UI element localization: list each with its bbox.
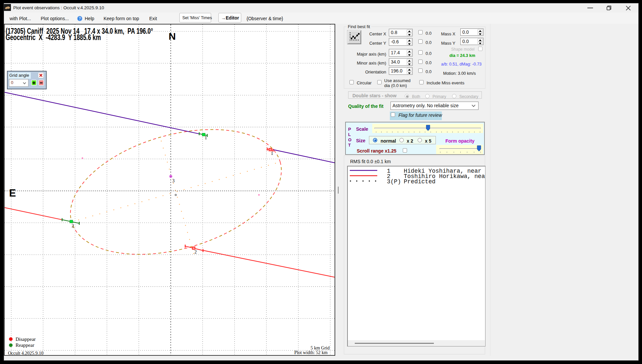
svg-text:5 km Grid: 5 km Grid xyxy=(310,345,330,350)
svg-text:E: E xyxy=(9,187,16,199)
svg-text:Plot width: 52 km: Plot width: 52 km xyxy=(294,350,328,355)
svg-text:Occult 4.2025.9.10: Occult 4.2025.9.10 xyxy=(8,351,43,355)
svg-text:2: 2 xyxy=(72,223,74,228)
svg-text:1: 1 xyxy=(205,135,207,140)
svg-text:2: 2 xyxy=(195,250,197,254)
svg-text:1: 1 xyxy=(271,151,273,156)
svg-text:Reappear: Reappear xyxy=(16,342,34,348)
svg-text:Disappear: Disappear xyxy=(16,337,36,342)
svg-text:N: N xyxy=(169,31,176,42)
svg-text:?: ? xyxy=(79,17,81,21)
svg-text:3: 3 xyxy=(172,178,175,183)
